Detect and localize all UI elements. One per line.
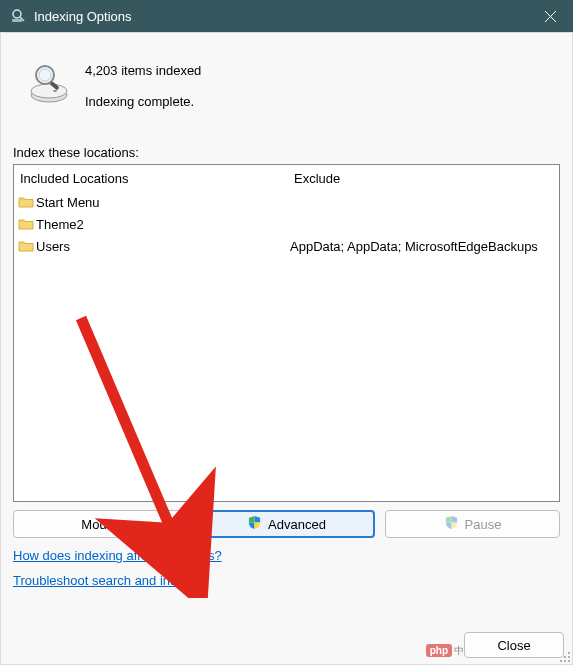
location-exclude: AppData; AppData; MicrosoftEdgeBackups [282, 239, 559, 254]
svg-rect-2 [12, 19, 22, 22]
location-name: Theme2 [34, 217, 282, 232]
close-button-label: Close [497, 638, 530, 653]
svg-point-14 [564, 656, 566, 658]
advanced-button[interactable]: Advanced [198, 510, 375, 538]
location-name: Start Menu [34, 195, 282, 210]
folder-icon [14, 239, 34, 253]
modify-button-label: Modify [81, 517, 119, 532]
header-included[interactable]: Included Locations [14, 171, 286, 186]
shield-icon [247, 515, 262, 533]
svg-point-0 [13, 10, 21, 18]
folder-icon [14, 217, 34, 231]
pause-button-label: Pause [465, 517, 502, 532]
dialog-content: 4,203 items indexed Indexing complete. I… [0, 32, 573, 665]
resize-grip-icon[interactable] [559, 651, 571, 663]
list-item[interactable]: Theme2 [14, 213, 559, 235]
locations-header: Included Locations Exclude [14, 165, 559, 191]
header-exclude[interactable]: Exclude [286, 171, 559, 186]
buttons-row: Modify Advanced [13, 510, 560, 538]
svg-point-12 [568, 652, 570, 654]
svg-point-15 [568, 660, 570, 662]
indexing-state-label: Indexing complete. [85, 86, 201, 117]
svg-point-6 [31, 84, 67, 98]
shield-icon [444, 515, 459, 533]
items-indexed-label: 4,203 items indexed [85, 55, 201, 86]
magnifier-drive-icon [13, 39, 85, 105]
troubleshoot-link[interactable]: Troubleshoot search and indexing [13, 573, 208, 588]
svg-point-7 [53, 90, 57, 92]
window-title: Indexing Options [34, 9, 527, 24]
list-item[interactable]: Start Menu [14, 191, 559, 213]
titlebar: Indexing Options [0, 0, 573, 32]
advanced-button-label: Advanced [268, 517, 326, 532]
status-area: 4,203 items indexed Indexing complete. [13, 39, 560, 117]
svg-point-16 [564, 660, 566, 662]
svg-point-17 [560, 660, 562, 662]
locations-listbox[interactable]: Included Locations Exclude Start MenuThe… [13, 164, 560, 502]
pause-button: Pause [385, 510, 560, 538]
how-indexing-link[interactable]: How does indexing affect searches? [13, 548, 222, 563]
location-name: Users [34, 239, 282, 254]
svg-point-13 [568, 656, 570, 658]
close-button[interactable]: Close [464, 632, 564, 658]
modify-button[interactable]: Modify [13, 510, 188, 538]
indexing-icon [10, 8, 26, 24]
folder-icon [14, 195, 34, 209]
watermark-badge: php [426, 644, 452, 657]
list-item[interactable]: UsersAppData; AppData; MicrosoftEdgeBack… [14, 235, 559, 257]
close-icon[interactable] [527, 0, 573, 32]
locations-label: Index these locations: [13, 145, 560, 160]
